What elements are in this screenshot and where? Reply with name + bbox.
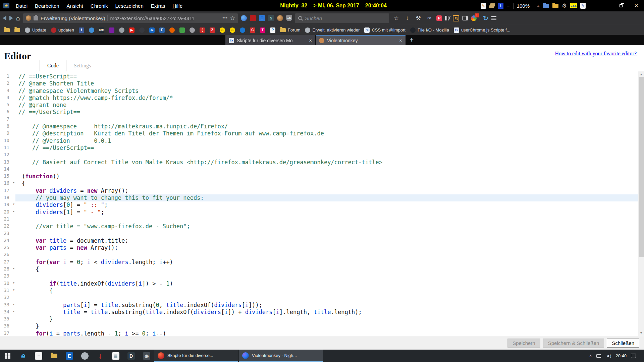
tab-settings[interactable]: Settings — [66, 60, 99, 71]
code-line[interactable]: var parts = new Array(); — [15, 244, 644, 251]
fold-arrow-icon[interactable]: ▾ — [13, 202, 15, 206]
menu-hilfe[interactable]: Hilfe — [169, 3, 186, 9]
bookmark-star-icon[interactable]: ☆ — [230, 15, 235, 22]
edit-document-icon[interactable]: ✎ — [481, 3, 486, 9]
bookmark-item[interactable]: Update — [25, 27, 46, 33]
bookmark-item[interactable]: C — [250, 27, 255, 33]
fold-arrow-icon[interactable]: ▾ — [13, 209, 15, 213]
bookmark-item[interactable]: Forum — [280, 27, 301, 33]
code-line[interactable]: if(title.indexOf(dividers[i]) > - 1) — [15, 280, 644, 287]
code-line[interactable]: // ==/UserScript== — [15, 144, 644, 152]
bookmark-item[interactable]: FxuserChrome.js Scripte f... — [454, 27, 511, 33]
tray-chevron-icon[interactable]: ∧ — [589, 353, 592, 358]
code-area[interactable]: // ==UserScript==// @name Shorten Title/… — [15, 71, 644, 336]
code-line[interactable]: // @match https://www.camp-firefox.de/fo… — [15, 95, 644, 102]
home-button[interactable]: ⌂ — [16, 14, 20, 22]
edge-icon[interactable]: e — [15, 350, 31, 362]
bookmark-add-icon[interactable]: ☆ — [392, 15, 400, 22]
update-notification-icon[interactable]: ! — [471, 15, 477, 21]
bookmark-item[interactable]: Z — [210, 27, 215, 33]
code-line[interactable] — [15, 166, 644, 173]
bookmark-item[interactable]: ☺ — [230, 27, 235, 33]
code-line[interactable]: parts[i] = title.substring(0, title.inde… — [15, 302, 644, 309]
gear-icon[interactable]: ⚙ — [562, 2, 567, 9]
bookmark-item[interactable] — [190, 27, 195, 33]
menu-lesezeichen[interactable]: Lesezeichen — [112, 3, 147, 9]
scroll-down-arrow[interactable]: ▼ — [638, 330, 644, 336]
taskbar-window-button[interactable]: Skripte für die diverse... — [154, 350, 238, 362]
zoom-in-button[interactable]: + — [537, 3, 540, 9]
hamburger-menu-icon[interactable] — [491, 16, 496, 20]
info-icon[interactable]: i — [498, 3, 503, 9]
code-line[interactable] — [15, 216, 644, 223]
start-button[interactable] — [0, 350, 15, 362]
code-line[interactable]: // @name Shorten Title — [15, 80, 644, 87]
code-line[interactable]: } — [15, 323, 644, 330]
menu-datei[interactable]: Datei — [12, 3, 31, 9]
code-line[interactable] — [15, 251, 644, 258]
fold-arrow-icon[interactable]: ▾ — [13, 288, 15, 292]
camera-icon[interactable]: ◉ — [139, 350, 154, 362]
menu-extras[interactable]: Extras — [147, 3, 169, 9]
code-line[interactable]: // Basiert auf Correct Title von Malte K… — [15, 159, 644, 166]
bookmark-item[interactable]: updaten — [51, 27, 74, 33]
tools-wrench-icon[interactable]: ⚒ — [414, 15, 422, 22]
code-line[interactable]: // ==UserScript== — [15, 73, 644, 80]
code-line[interactable]: // @Version 0.0.1 — [15, 137, 644, 144]
code-line[interactable] — [15, 116, 644, 123]
taskbar-window-button[interactable]: Violentmonkey - Nigh... — [239, 350, 323, 362]
sync-icon[interactable]: ↻ — [483, 14, 488, 22]
back-button[interactable] — [3, 16, 6, 20]
fold-arrow-icon[interactable]: ▾ — [13, 309, 15, 313]
code-line[interactable]: dividers[1] = " - "; — [15, 209, 644, 216]
editor-scrollbar[interactable]: ▲ ▼ — [638, 71, 644, 336]
restore-button[interactable] — [613, 0, 629, 11]
notepad-icon[interactable]: ≡ — [31, 350, 46, 362]
new-tab-button[interactable]: + — [406, 35, 417, 45]
app-ball-icon[interactable] — [77, 350, 93, 362]
close-button[interactable]: × — [629, 0, 644, 11]
code-line[interactable]: // @grant none — [15, 102, 644, 109]
code-line[interactable]: // you may want to change this to fit yo… — [15, 194, 644, 201]
scroll-up-arrow[interactable]: ▲ — [638, 71, 644, 77]
bookmark-item[interactable]: f — [79, 27, 84, 33]
script-edit-icon[interactable]: ✎ — [580, 3, 586, 9]
fold-arrow-icon[interactable]: ▾ — [13, 281, 15, 285]
code-line[interactable]: var title = document.title; — [15, 237, 644, 244]
bookmark-item[interactable]: P — [270, 27, 275, 33]
tray-speaker-icon[interactable]: ◄) — [605, 353, 611, 358]
fold-arrow-icon[interactable]: ▾ — [13, 302, 15, 306]
bookmark-item[interactable]: ☺ — [220, 27, 225, 33]
bookmark-item[interactable]: File I/O - Mozilla — [410, 27, 449, 33]
zoom-out-button[interactable]: − — [507, 3, 510, 9]
extension-red-icon[interactable] — [250, 15, 256, 21]
code-line[interactable]: // @description Kürzt den Titel der Them… — [15, 130, 644, 137]
code-line[interactable]: // ==/UserScript== — [15, 109, 644, 116]
bookmark-item[interactable]: du — [149, 27, 155, 33]
url-bar[interactable]: Erweiterung (Violentmonkey) moz-extensio… — [23, 13, 238, 23]
document-icon[interactable]: ≣ — [108, 350, 123, 362]
menu-chronik[interactable]: Chronik — [87, 3, 112, 9]
url-text[interactable]: moz-extension://6aaa0527-2c2a-4411 — [110, 15, 220, 21]
minimize-button[interactable] — [598, 0, 613, 11]
ublock-shield-icon[interactable]: uD — [286, 15, 292, 21]
code-line[interactable]: dividers[0] = " :: "; — [15, 201, 644, 208]
zoom-level[interactable]: 100% — [517, 3, 530, 9]
broom-icon[interactable] — [489, 3, 496, 8]
bookmark-item[interactable] — [179, 27, 185, 33]
bookmark-item[interactable]: T — [260, 27, 265, 33]
fold-arrow-icon[interactable]: ▾ — [13, 181, 15, 184]
code-line[interactable]: } — [15, 316, 644, 323]
sidebar-icon[interactable] — [462, 16, 468, 20]
download-arrow-icon[interactable]: ↓ — [93, 350, 108, 362]
tab-code[interactable]: Code — [40, 60, 66, 71]
code-editor[interactable]: 12345678910111213141516▾171819▾20▾212223… — [0, 71, 644, 336]
stylus-icon[interactable]: S — [268, 15, 274, 21]
css-toggle-icon[interactable]: CSS — [570, 3, 577, 8]
bookmark-item[interactable]: FxCSS mit @import — [364, 27, 406, 33]
bookmark-item[interactable]: F — [159, 27, 165, 33]
greasemonkey-icon[interactable] — [277, 15, 283, 21]
folder-blue-icon[interactable] — [543, 4, 549, 8]
bookmark-item[interactable] — [119, 27, 124, 33]
pocket-icon[interactable]: P — [436, 15, 442, 21]
